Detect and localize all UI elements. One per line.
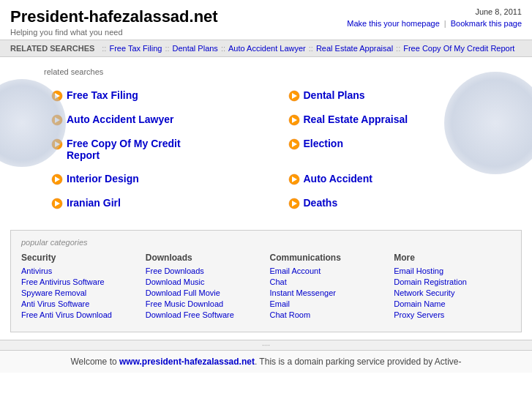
- popular-categories-section: popular categories Security Antivirus Fr…: [10, 230, 522, 332]
- category-link[interactable]: Instant Messenger: [270, 288, 387, 297]
- categories-grid: Security Antivirus Free Antivirus Softwa…: [21, 253, 511, 321]
- category-col-communications: Communications Email Account Chat Instan…: [270, 253, 387, 321]
- category-link[interactable]: Domain Name: [394, 299, 511, 308]
- site-title: President-hafezalassad.net: [10, 7, 218, 26]
- category-link[interactable]: Email: [270, 299, 387, 308]
- list-item: Auto Accident Lawyer: [44, 108, 281, 132]
- category-link[interactable]: Chat: [270, 277, 387, 286]
- arrow-icon: [288, 114, 300, 126]
- category-link[interactable]: Email Account: [270, 266, 387, 275]
- category-link[interactable]: Free Antivirus Software: [21, 277, 138, 286]
- footer-domain-link[interactable]: www.president-hafezalassad.net: [119, 357, 255, 367]
- list-item: Free Copy Of My CreditReport: [44, 132, 281, 167]
- search-link[interactable]: Auto Accident: [304, 173, 372, 184]
- search-link[interactable]: Iranian Girl: [67, 197, 121, 209]
- page-footer: Welcome to www.president-hafezalassad.ne…: [0, 350, 532, 373]
- search-link[interactable]: Free Copy Of My CreditReport: [67, 138, 181, 161]
- related-searches-title: related searches: [44, 67, 517, 76]
- search-link[interactable]: Deaths: [304, 197, 338, 209]
- header-date: June 8, 2011: [347, 7, 522, 16]
- category-heading: More: [394, 253, 511, 263]
- arrow-icon: [288, 174, 300, 185]
- header-left: President-hafezalassad.net Helping you f…: [10, 7, 218, 37]
- category-heading: Downloads: [146, 253, 263, 263]
- search-link[interactable]: Interior Design: [67, 173, 139, 184]
- category-link[interactable]: Proxy Servers: [394, 310, 511, 319]
- search-link[interactable]: Election: [304, 138, 343, 149]
- category-heading: Communications: [270, 253, 387, 263]
- list-item: Interior Design: [44, 167, 281, 191]
- footer-text-after: . This is a domain parking service provi…: [255, 357, 462, 367]
- popular-title: popular categories: [21, 238, 511, 247]
- category-link[interactable]: Chat Room: [270, 310, 387, 319]
- search-link[interactable]: Auto Accident Lawyer: [67, 113, 174, 125]
- arrow-icon: [51, 174, 63, 185]
- related-bar-link[interactable]: Free Copy Of My Credit Report: [403, 44, 514, 53]
- category-link[interactable]: Free Anti Virus Download: [21, 310, 138, 319]
- bottom-scrollbar[interactable]: ····: [0, 340, 532, 350]
- category-link[interactable]: Download Free Software: [146, 310, 263, 319]
- category-col-downloads: Downloads Free Downloads Download Music …: [146, 253, 263, 321]
- category-link[interactable]: Free Downloads: [146, 266, 263, 275]
- related-bar: RELATED SEARCHES :: Free Tax Filing :: D…: [0, 40, 532, 57]
- arrow-icon: [288, 198, 300, 209]
- related-bar-link[interactable]: Real Estate Appraisal: [316, 44, 393, 53]
- list-item: Deaths: [281, 191, 518, 215]
- search-link[interactable]: Real Estate Appraisal: [304, 113, 408, 125]
- category-link[interactable]: Spyware Removal: [21, 288, 138, 297]
- bookmark-link[interactable]: Bookmark this page: [451, 19, 522, 28]
- list-item: Free Tax Filing: [44, 83, 281, 108]
- header-right: June 8, 2011 Make this your homepage | B…: [347, 7, 522, 28]
- arrow-icon: [288, 138, 300, 150]
- list-item: Iranian Girl: [44, 191, 281, 215]
- category-heading: Security: [21, 253, 138, 263]
- category-col-security: Security Antivirus Free Antivirus Softwa…: [21, 253, 138, 321]
- make-homepage-link[interactable]: Make this your homepage: [347, 19, 440, 28]
- related-bar-link[interactable]: Free Tax Filing: [109, 44, 162, 53]
- page-header: President-hafezalassad.net Helping you f…: [0, 0, 532, 40]
- search-link[interactable]: Dental Plans: [304, 89, 365, 101]
- category-link[interactable]: Domain Registration: [394, 277, 511, 286]
- footer-text-before: Welcome to: [71, 357, 119, 367]
- related-bar-link[interactable]: Auto Accident Lawyer: [228, 44, 306, 53]
- category-link[interactable]: Anti Virus Software: [21, 299, 138, 308]
- category-link[interactable]: Email Hosting: [394, 266, 511, 275]
- main-content: related searches Free Tax Filing Dental …: [0, 57, 532, 223]
- category-link[interactable]: Antivirus: [21, 266, 138, 275]
- header-sep: |: [444, 19, 446, 28]
- related-bar-label: RELATED SEARCHES: [10, 44, 94, 53]
- category-col-more: More Email Hosting Domain Registration N…: [394, 253, 511, 321]
- arrow-icon: [288, 90, 300, 102]
- category-link[interactable]: Network Security: [394, 288, 511, 297]
- search-links-grid: Free Tax Filing Dental Plans Auto Accide…: [44, 83, 517, 215]
- site-subtitle: Helping you find what you need: [10, 28, 218, 37]
- scrollbar-indicator: ····: [262, 341, 270, 349]
- arrow-icon: [51, 198, 63, 209]
- category-link[interactable]: Free Music Download: [146, 299, 263, 308]
- related-bar-link[interactable]: Dental Plans: [173, 44, 218, 53]
- category-link[interactable]: Download Full Movie: [146, 288, 263, 297]
- category-link[interactable]: Download Music: [146, 277, 263, 286]
- search-link[interactable]: Free Tax Filing: [67, 89, 138, 101]
